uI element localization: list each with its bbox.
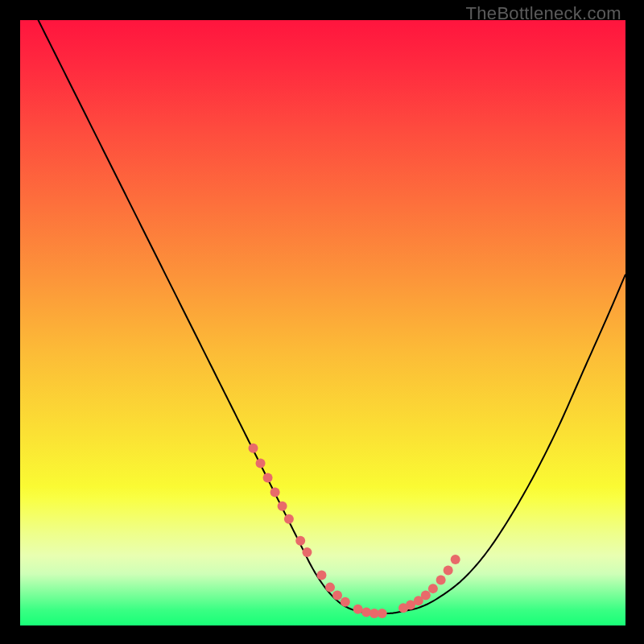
highlight-dot	[317, 571, 327, 580]
highlight-dot	[451, 555, 460, 564]
highlight-dot	[341, 597, 350, 607]
highlight-dot	[444, 566, 453, 576]
highlight-dot	[249, 444, 258, 453]
highlight-dot	[284, 514, 294, 524]
curve-layer	[20, 20, 625, 625]
chart-stage: TheBottleneck.com	[0, 0, 644, 644]
highlight-dot	[428, 584, 438, 593]
highlight-dot	[378, 609, 387, 618]
highlight-dot	[263, 473, 273, 483]
highlight-dot	[270, 488, 280, 497]
highlight-dot	[436, 576, 446, 585]
plot-area	[20, 20, 625, 625]
highlight-dot	[256, 458, 266, 468]
watermark-text: TheBottleneck.com	[466, 3, 621, 24]
highlight-dot	[278, 502, 287, 511]
highlight-dot	[325, 583, 335, 592]
highlight-dot	[421, 590, 431, 600]
highlight-dot	[353, 605, 363, 614]
bottleneck-curve	[20, 20, 625, 613]
highlight-dots	[249, 444, 460, 618]
highlight-dot	[332, 590, 342, 600]
highlight-dot	[295, 536, 305, 546]
highlight-dot	[302, 547, 312, 557]
